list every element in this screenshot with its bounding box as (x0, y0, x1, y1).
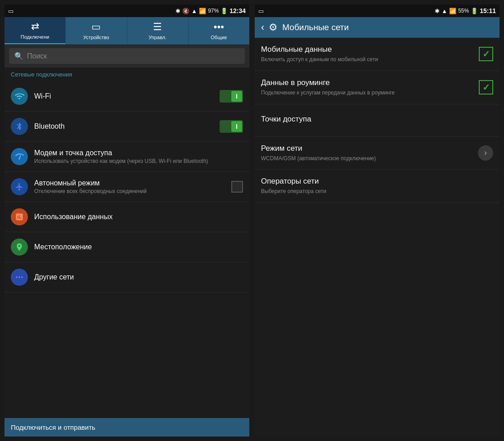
wifi-toggle[interactable]: I (220, 90, 243, 103)
battery-right: 55% (458, 8, 469, 14)
mobile-data-title: Мобильные данные (261, 45, 472, 54)
search-bar: 🔍 Поиск (4, 45, 249, 68)
settings-list-left: Wi-Fi I Bluetooth I (4, 81, 249, 418)
wifi-title: Wi-Fi (34, 92, 213, 100)
other-networks-icon (11, 269, 28, 286)
roaming-checkmark: ✓ (479, 80, 493, 94)
operators-subtitle: Выберите оператора сети (261, 188, 493, 195)
settings-gear-icon: ⚙ (269, 22, 278, 33)
access-points-content: Точки доступа (261, 115, 493, 126)
tab-connections[interactable]: ⇄ Подключени (4, 17, 66, 44)
search-placeholder: Поиск (27, 52, 47, 60)
right-panel: ▭ ✱ ▲ 📶 55% 🔋 15:11 ‹ ⚙ Мобильные сети М… (255, 4, 500, 436)
wifi-icon-right: ▲ (441, 8, 447, 14)
bottom-bar-left[interactable]: Подключиться и отправить (4, 418, 249, 436)
tether-content: Модем и точка доступа Использовать устро… (34, 149, 243, 164)
roaming-title: Данные в роуминге (261, 78, 472, 87)
bluetooth-toggle-knob: I (231, 121, 242, 132)
battery-body-left: 🔋 (220, 8, 228, 14)
data-usage-content: Использование данных (34, 213, 243, 221)
right-item-operators[interactable]: Операторы сети Выберите оператора сети (255, 170, 500, 203)
signal-icon-right: 📶 (449, 8, 456, 14)
time-left: 12:34 (230, 7, 246, 14)
tether-subtitle: Использовать устройство как модем (через… (34, 158, 243, 164)
svg-point-2 (21, 276, 22, 278)
roaming-content: Данные в роуминге Подключение к услугам … (261, 78, 472, 97)
access-points-title: Точки доступа (261, 115, 493, 124)
wifi-icon (11, 88, 28, 105)
settings-item-other-networks[interactable]: Другие сети (4, 262, 249, 292)
mobile-data-content: Мобильные данные Включить доступ к данны… (261, 45, 472, 63)
bottom-bar-label: Подключиться и отправить (11, 423, 95, 431)
location-icon (11, 238, 28, 256)
airplane-title: Автономный режим (34, 179, 225, 187)
section-header-text: Сетевые подключения (11, 71, 72, 78)
airplane-icon (11, 178, 28, 195)
network-mode-title: Режим сети (261, 144, 472, 153)
tab-bar-left: ⇄ Подключени ▭ Устройство ☰ Управл. ••• … (4, 17, 249, 45)
wifi-icon-left: ▲ (191, 8, 197, 14)
signal-icon-left: 📶 (199, 8, 206, 14)
mobile-data-checkmark: ✓ (479, 47, 493, 61)
wifi-content: Wi-Fi (34, 92, 213, 100)
right-page-title: Мобильные сети (282, 22, 349, 32)
operators-content: Операторы сети Выберите оператора сети (261, 177, 493, 195)
tab-connections-icon: ⇄ (31, 21, 39, 32)
tab-general-icon: ••• (214, 21, 224, 33)
search-icon: 🔍 (14, 52, 23, 60)
settings-item-airplane[interactable]: Автономный режим Отключение всех беспров… (4, 172, 249, 202)
settings-item-bluetooth[interactable]: Bluetooth I (4, 112, 249, 142)
roaming-subtitle: Подключение к услугам передачи данных в … (261, 89, 472, 97)
left-panel: ▭ ✱ 🔇 ▲ 📶 97% 🔋 12:34 ⇄ Подключени ▭ Уст… (4, 4, 249, 436)
settings-item-location[interactable]: Местоположение (4, 232, 249, 262)
right-item-access-points[interactable]: Точки доступа (255, 104, 500, 137)
right-item-network-mode[interactable]: Режим сети WCDMA/GSM (автоматическое под… (255, 137, 500, 170)
tether-title: Модем и точка доступа (34, 149, 243, 157)
bluetooth-toggle[interactable]: I (220, 120, 243, 133)
network-mode-subtitle: WCDMA/GSM (автоматическое подключение) (261, 155, 472, 162)
status-bar-left: ▭ ✱ 🔇 ▲ 📶 97% 🔋 12:34 (4, 4, 249, 17)
right-settings-list: Мобильные данные Включить доступ к данны… (255, 38, 500, 436)
tether-icon (11, 148, 28, 165)
operators-title: Операторы сети (261, 177, 493, 186)
data-usage-title: Использование данных (34, 213, 243, 221)
mobile-data-subtitle: Включить доступ к данным по мобильной се… (261, 56, 472, 63)
wifi-toggle-knob: I (231, 91, 242, 102)
other-networks-title: Другие сети (34, 273, 243, 281)
status-bar-right: ▭ ✱ ▲ 📶 55% 🔋 15:11 (255, 4, 500, 17)
right-top-bar: ‹ ⚙ Мобильные сети (255, 17, 500, 38)
data-usage-icon (11, 208, 28, 225)
svg-point-1 (18, 276, 20, 278)
other-networks-content: Другие сети (34, 273, 243, 281)
network-mode-content: Режим сети WCDMA/GSM (автоматическое под… (261, 144, 472, 162)
bt-icon-left: ✱ (176, 8, 180, 14)
bt-icon-right: ✱ (435, 8, 440, 14)
phone-icon: ▭ (8, 8, 14, 14)
settings-item-wifi[interactable]: Wi-Fi I (4, 81, 249, 112)
settings-item-tether[interactable]: Модем и точка доступа Использовать устро… (4, 142, 249, 172)
time-right: 15:11 (480, 7, 496, 14)
battery-left: 97% (208, 8, 219, 14)
tab-general-label: Общие (211, 35, 227, 40)
airplane-subtitle: Отключение всех беспроводных соединений (34, 188, 225, 194)
tab-manage[interactable]: ☰ Управл. (127, 17, 189, 44)
right-item-mobile-data[interactable]: Мобильные данные Включить доступ к данны… (255, 38, 500, 71)
right-item-roaming[interactable]: Данные в роуминге Подключение к услугам … (255, 71, 500, 104)
location-content: Местоположение (34, 243, 243, 251)
settings-item-data-usage[interactable]: Использование данных (4, 202, 249, 232)
mute-icon: 🔇 (182, 8, 189, 14)
tab-manage-label: Управл. (148, 35, 166, 40)
bluetooth-content: Bluetooth (34, 122, 213, 130)
location-title: Местоположение (34, 243, 243, 251)
tab-device[interactable]: ▭ Устройство (66, 17, 127, 44)
airplane-checkbox[interactable] (231, 181, 243, 193)
battery-body-right: 🔋 (471, 8, 478, 14)
phone-icon-right: ▭ (258, 8, 264, 14)
svg-point-0 (16, 276, 18, 278)
back-button[interactable]: ‹ (261, 22, 264, 33)
tab-general[interactable]: ••• Общие (189, 17, 249, 44)
airplane-content: Автономный режим Отключение всех беспров… (34, 179, 225, 194)
search-input-wrapper[interactable]: 🔍 Поиск (9, 48, 245, 64)
bluetooth-icon (11, 118, 28, 135)
section-header-network: Сетевые подключения (4, 68, 249, 81)
